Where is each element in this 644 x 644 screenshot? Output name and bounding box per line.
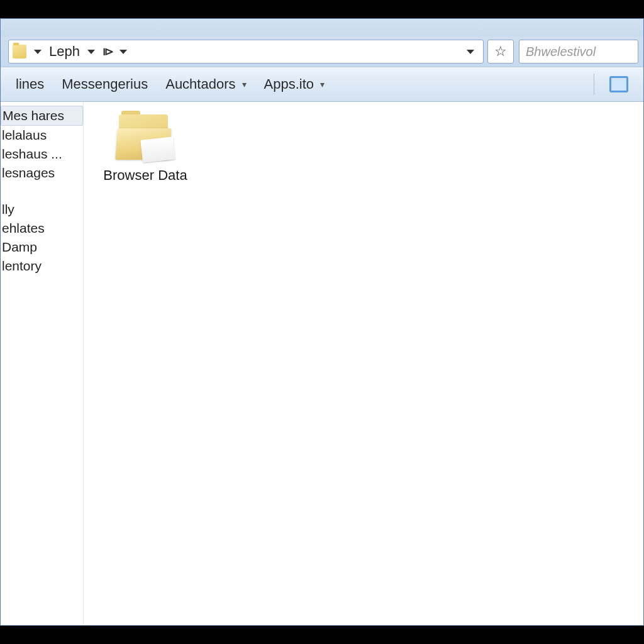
sidebar-item-label: ehlates <box>2 221 45 235</box>
folder-icon <box>13 45 26 58</box>
titlebar <box>1 19 643 36</box>
search-placeholder: Bhwelestivol <box>526 45 596 59</box>
chevron-down-icon[interactable] <box>467 50 474 54</box>
sidebar-item[interactable]: leshaus ... <box>1 145 83 164</box>
toolbar-item-messengerius[interactable]: Messengerius <box>53 72 157 96</box>
toolbar-item-label: lines <box>16 76 44 92</box>
sidebar-item-label: lentory <box>2 258 42 273</box>
sidebar-item-label: Damp <box>2 240 37 254</box>
folder-item[interactable]: Browser Data <box>95 112 196 184</box>
content-area: Mes hares lelalaus leshaus ... lesnages … <box>1 102 643 625</box>
breadcrumb-segment[interactable]: Leph <box>49 43 80 60</box>
sidebar-item[interactable]: Mes hares <box>1 106 83 126</box>
chevron-down-icon[interactable] <box>87 50 95 54</box>
search-input[interactable]: Bhwelestivol <box>519 40 638 64</box>
chevron-down-icon[interactable] <box>119 50 127 54</box>
sidebar-item-label: leshaus ... <box>2 147 62 161</box>
toolbar-item-label: Apps.ito <box>264 76 314 92</box>
sidebar-item[interactable]: lentory <box>1 257 83 275</box>
sidebar-gap <box>1 182 83 200</box>
toolbar-item-lines[interactable]: lines <box>7 72 53 96</box>
sidebar-item-label: lelalaus <box>2 128 47 142</box>
folder-label: Browser Data <box>103 167 187 184</box>
preview-pane-icon <box>609 76 628 92</box>
chevron-down-icon: ▾ <box>320 79 325 89</box>
split-icon[interactable]: ⧐ <box>103 45 112 58</box>
toolbar-item-label: Auchtadors <box>165 76 235 92</box>
address-bar[interactable]: Leph ⧐ <box>8 40 484 64</box>
toolbar: lines Messengerius Auchtadors ▾ Apps.ito… <box>1 67 643 102</box>
toolbar-divider <box>594 74 594 95</box>
favorites-button[interactable]: ☆ <box>487 40 514 64</box>
file-list[interactable]: Browser Data <box>84 102 643 625</box>
chevron-down-icon[interactable] <box>34 50 42 54</box>
toolbar-item-auchtadors[interactable]: Auchtadors ▾ <box>157 72 255 96</box>
star-icon: ☆ <box>494 43 507 60</box>
folder-icon <box>115 112 175 162</box>
sidebar-item[interactable]: lelalaus <box>1 126 83 145</box>
toolbar-item-label: Messengerius <box>62 76 148 92</box>
sidebar-item-label: Mes hares <box>3 108 64 123</box>
sidebar-item[interactable]: ehlates <box>1 219 83 238</box>
toolbar-item-appsito[interactable]: Apps.ito ▾ <box>255 72 334 96</box>
navigation-pane: Mes hares lelalaus leshaus ... lesnages … <box>1 102 84 625</box>
sidebar-item[interactable]: lesnages <box>1 164 83 182</box>
sidebar-item-label: lly <box>2 202 14 216</box>
address-row: Leph ⧐ ☆ Bhwelestivol <box>1 36 643 67</box>
sidebar-item-label: lesnages <box>2 165 55 180</box>
sidebar-item[interactable]: lly <box>1 200 83 219</box>
sidebar-item[interactable]: Damp <box>1 238 83 257</box>
explorer-window: Leph ⧐ ☆ Bhwelestivol lines Messengerius… <box>0 18 644 626</box>
chevron-down-icon: ▾ <box>242 79 247 89</box>
toolbar-preview-button[interactable] <box>601 72 637 96</box>
